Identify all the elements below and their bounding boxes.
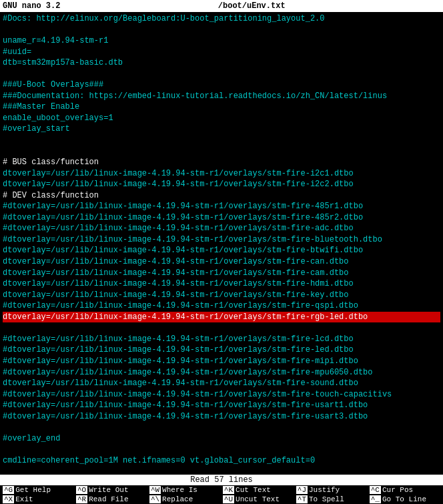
editor-line: uname_r=4.19.94-stm-r1: [3, 35, 440, 47]
shortcut-label: Replace: [162, 495, 193, 503]
shortcut-label: Go To Line: [382, 495, 426, 503]
shortcut-row-1: ^GGet Help^OWrite Out^WWhere Is^KCut Tex…: [0, 485, 443, 495]
editor-line: #dtoverlay=/usr/lib/linux-image-4.19.94-…: [3, 344, 440, 356]
editor-line: dtoverlay=/usr/lib/linux-image-4.19.94-s…: [3, 256, 440, 268]
editor-line: dtoverlay=/usr/lib/linux-image-4.19.94-s…: [3, 268, 440, 279]
shortcut-item[interactable]: ^JJustify: [295, 486, 368, 494]
shortcut-item[interactable]: ^_Go To Line: [368, 495, 442, 503]
editor-line: # BUS class/function: [3, 157, 440, 168]
editor-line: enable_uboot_overlays=1: [3, 113, 440, 124]
shortcut-key: ^O: [76, 486, 87, 494]
shortcut-key: ^U: [223, 495, 234, 503]
shortcut-key: ^G: [3, 486, 14, 494]
editor-line: #dtoverlay=/usr/lib/linux-image-4.19.94-…: [3, 334, 440, 345]
editor-line: dtoverlay=/usr/lib/linux-image-4.19.94-s…: [3, 278, 440, 290]
shortcut-key: ^T: [296, 495, 308, 503]
shortcut-label: Where Is: [162, 486, 197, 494]
editor-line: #dtoverlay=/usr/lib/linux-image-4.19.94-…: [3, 356, 440, 367]
shortcut-key: ^C: [370, 486, 381, 494]
editor-line: #overlay_end: [3, 433, 440, 445]
editor-line: #Docs: http://elinux.org/Beagleboard:U-b…: [3, 13, 440, 25]
editor-line: #dtoverlay=/usr/lib/linux-image-4.19.94-…: [3, 389, 440, 401]
editor-line: #dtoverlay=/usr/lib/linux-image-4.19.94-…: [3, 201, 440, 212]
editor-line: dtoverlay=/usr/lib/linux-image-4.19.94-s…: [3, 290, 440, 301]
editor-line: #uuid=: [3, 47, 440, 58]
shortcut-label: Write Out: [89, 486, 128, 494]
editor-line: dtoverlay=/usr/lib/linux-image-4.19.94-s…: [3, 168, 440, 180]
editor-line: #overlay_start: [3, 123, 440, 135]
shortcut-item[interactable]: ^TTo Spell: [295, 495, 368, 503]
shortcut-label: Cut Text: [236, 486, 271, 494]
file-path: /boot/uEnv.txt: [218, 1, 286, 11]
shortcut-label: Get Help: [15, 486, 51, 494]
terminal-window: GNU nano 3.2 /boot/uEnv.txt #Docs: http:…: [0, 0, 443, 504]
editor-content[interactable]: #Docs: http://elinux.org/Beagleboard:U-b…: [0, 12, 443, 475]
editor-line: dtoverlay=/usr/lib/linux-image-4.19.94-s…: [3, 312, 440, 323]
shortcut-item[interactable]: ^OWrite Out: [75, 486, 148, 494]
editor-line: [3, 25, 440, 36]
shortcut-key: ^J: [296, 486, 308, 494]
editor-line: [3, 466, 440, 475]
shortcut-item[interactable]: ^WWhere Is: [148, 486, 222, 494]
shortcut-key: ^\: [149, 495, 161, 503]
shortcut-label: To Spell: [309, 495, 344, 503]
shortcut-label: Read File: [89, 495, 128, 503]
bottom-bar: Read 57 lines ^GGet Help^OWrite Out^WWhe…: [0, 475, 443, 504]
editor-line: #dtoverlay=/usr/lib/linux-image-4.19.94-…: [3, 234, 440, 246]
title-bar: GNU nano 3.2 /boot/uEnv.txt: [0, 0, 443, 12]
editor-line: dtb=stm32mp157a-basic.dtb: [3, 57, 440, 69]
shortcut-label: Cur Pos: [382, 486, 413, 494]
shortcut-label: Justify: [309, 486, 340, 494]
editor-line: [3, 422, 440, 433]
editor-line: ###Master Enable: [3, 101, 440, 113]
shortcut-item[interactable]: ^CCur Pos: [368, 486, 442, 494]
editor-line: #dtoverlay=/usr/lib/linux-image-4.19.94-…: [3, 400, 440, 411]
editor-line: [3, 146, 440, 158]
shortcut-label: Exit: [15, 495, 33, 503]
shortcut-key: ^_: [370, 495, 381, 503]
shortcut-key: ^K: [223, 486, 234, 494]
shortcut-row-2: ^XExit^RRead File^\Replace^UUncut Text^T…: [0, 495, 443, 504]
shortcut-item[interactable]: ^XExit: [1, 495, 75, 503]
editor-line: ###Documentation: https://embed-linux-tu…: [3, 91, 440, 102]
editor-line: ###U-Boot Overlays###: [3, 79, 440, 91]
shortcut-item[interactable]: ^RRead File: [75, 495, 148, 503]
shortcut-key: ^X: [3, 495, 14, 503]
editor-line: #dtoverlay=/usr/lib/linux-image-4.19.94-…: [3, 223, 440, 234]
editor-line: #dtoverlay=/usr/lib/linux-image-4.19.94-…: [3, 411, 440, 423]
editor-line: [3, 444, 440, 455]
shortcut-item[interactable]: ^\Replace: [148, 495, 222, 503]
editor-line: dtoverlay=/usr/lib/linux-image-4.19.94-s…: [3, 179, 440, 190]
shortcut-key: ^R: [76, 495, 87, 503]
editor-line: # DEV class/function: [3, 190, 440, 202]
editor-line: [3, 322, 440, 334]
editor-line: [3, 69, 440, 80]
editor-line: #dtoverlay=/usr/lib/linux-image-4.19.94-…: [3, 212, 440, 224]
shortcut-item[interactable]: ^UUncut Text: [222, 495, 295, 503]
editor-line: dtoverlay=/usr/lib/linux-image-4.19.94-s…: [3, 378, 440, 389]
editor-line: [3, 135, 440, 146]
shortcut-item[interactable]: ^GGet Help: [1, 486, 75, 494]
read-status: Read 57 lines: [0, 475, 443, 485]
editor-line: cmdline=coherent_pool=1M net.ifnames=0 v…: [3, 455, 440, 467]
editor-line: #dtoverlay=/usr/lib/linux-image-4.19.94-…: [3, 367, 440, 379]
editor-line: #dtoverlay=/usr/lib/linux-image-4.19.94-…: [3, 300, 440, 312]
editor-line: dtoverlay=/usr/lib/linux-image-4.19.94-s…: [3, 245, 440, 256]
shortcut-item[interactable]: ^KCut Text: [222, 486, 295, 494]
shortcut-label: Uncut Text: [236, 495, 280, 503]
shortcut-key: ^W: [149, 486, 161, 494]
app-name: GNU nano 3.2: [0, 1, 60, 11]
